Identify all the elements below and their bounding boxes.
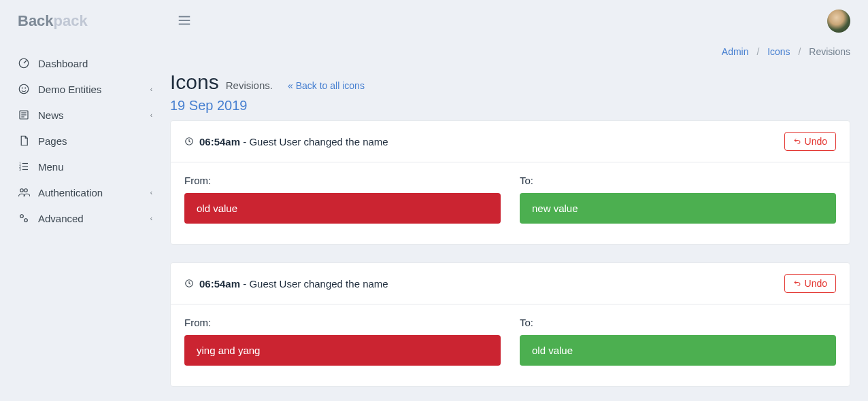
breadcrumb-admin[interactable]: Admin (722, 46, 749, 57)
breadcrumb-icons[interactable]: Icons (767, 46, 790, 57)
revision-date: 19 Sep 2019 (170, 98, 850, 114)
back-to-all-link[interactable]: « Back to all icons (288, 80, 365, 91)
svg-text:3: 3 (19, 168, 21, 171)
cogs-icon (18, 212, 30, 224)
sidebar-item-label: Authentication (38, 187, 103, 198)
breadcrumb-separator: / (756, 46, 759, 57)
undo-icon (793, 279, 801, 287)
clock-icon (184, 137, 194, 146)
sidebar-item-label: Advanced (38, 213, 84, 224)
svg-point-14 (20, 189, 24, 192)
sidebar-item-pages[interactable]: Pages (0, 128, 170, 154)
sidebar-item-label: Pages (38, 135, 67, 147)
svg-point-3 (25, 88, 26, 88)
toggle-sidebar-button[interactable] (177, 13, 192, 30)
undo-button[interactable]: Undo (784, 132, 836, 151)
svg-point-16 (20, 215, 24, 218)
undo-button[interactable]: Undo (784, 274, 836, 293)
newspaper-icon (18, 109, 30, 121)
sidebar-item-label: Menu (38, 161, 64, 173)
sidebar-item-advanced[interactable]: Advanced ‹ (0, 205, 170, 231)
chevron-left-icon: ‹ (150, 189, 152, 196)
breadcrumb: Admin / Icons / Revisions (170, 39, 868, 71)
from-value: ying and yang (184, 335, 501, 366)
sidebar-item-dashboard[interactable]: Dashboard (0, 50, 170, 76)
chevron-left-icon: ‹ (150, 86, 152, 93)
to-label: To: (520, 317, 836, 328)
from-label: From: (184, 175, 501, 186)
to-label: To: (520, 175, 836, 186)
clock-icon (184, 279, 194, 288)
revision-card: 06:54am - Guest User changed the name Un… (170, 262, 850, 387)
users-icon (18, 186, 30, 198)
revision-time: 06:54am (199, 136, 240, 147)
sidebar-item-demo-entities[interactable]: Demo Entities ‹ (0, 76, 170, 102)
sidebar-item-menu[interactable]: 123 Menu (0, 154, 170, 179)
sidebar-item-label: Demo Entities (38, 84, 101, 95)
revision-time: 06:54am (199, 278, 240, 290)
revision-description: - Guest User changed the name (240, 278, 388, 290)
page-title: Icons (170, 71, 219, 94)
to-value: old value (520, 335, 836, 366)
page-subtitle: Revisions. (226, 80, 273, 91)
brand-logo[interactable]: Backpack (0, 12, 170, 50)
from-label: From: (184, 317, 501, 328)
revision-card: 06:54am - Guest User changed the name Un… (170, 120, 850, 245)
sidebar-item-news[interactable]: News ‹ (0, 102, 170, 128)
revision-description: - Guest User changed the name (240, 136, 388, 147)
file-icon (18, 135, 30, 147)
breadcrumb-separator: / (799, 46, 801, 57)
svg-point-1 (19, 84, 29, 94)
chevron-left-icon: ‹ (150, 111, 152, 119)
sidebar-item-label: Dashboard (38, 58, 88, 69)
smile-icon (18, 83, 30, 95)
svg-point-15 (24, 189, 28, 192)
svg-point-2 (22, 88, 22, 88)
svg-point-17 (24, 219, 28, 222)
chevron-double-left-icon: « (288, 80, 293, 91)
chevron-left-icon: ‹ (150, 215, 152, 222)
sidebar-item-label: News (38, 109, 64, 121)
sidebar-item-authentication[interactable]: Authentication ‹ (0, 179, 170, 205)
from-value: old value (184, 193, 501, 224)
to-value: new value (520, 193, 836, 224)
list-numbered-icon: 123 (18, 160, 30, 173)
undo-icon (793, 137, 801, 145)
user-avatar[interactable] (827, 10, 850, 33)
breadcrumb-current: Revisions (809, 46, 850, 57)
speedometer-icon (18, 57, 30, 69)
